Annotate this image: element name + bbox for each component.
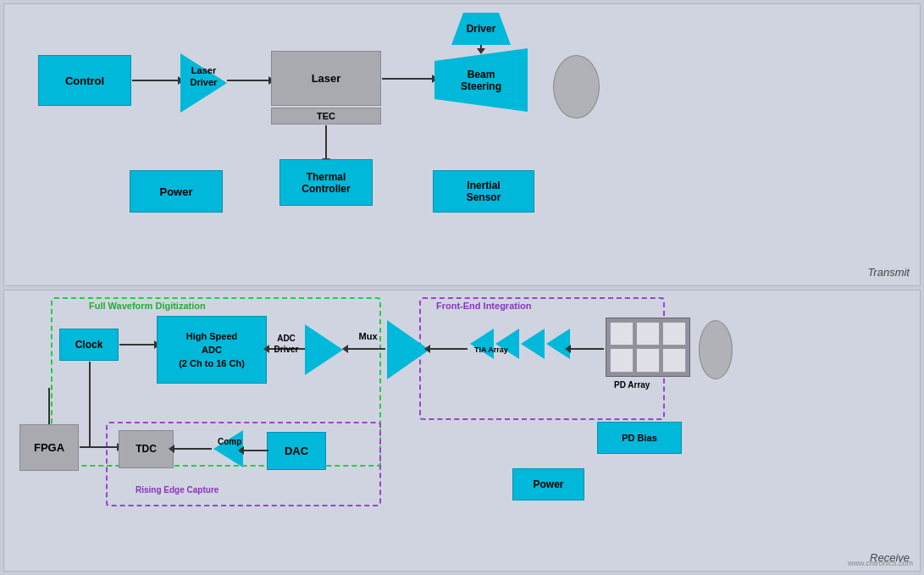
front-end-label: Front-End Integration (436, 301, 531, 311)
pd-cell-4 (610, 348, 634, 373)
transmit-section: Control LaserDriver Laser TEC Thermal Co… (3, 3, 921, 286)
beam-steering-block: Beam Steering (434, 48, 528, 112)
arrow-clock-adc (119, 344, 155, 346)
arrow-tia-mux (429, 348, 468, 350)
pd-array-block (606, 318, 690, 377)
receive-ellipse (699, 320, 733, 379)
arrow-laserdriver-laser (227, 80, 269, 81)
tdc-block: TDC (119, 430, 174, 468)
arrow-mux-adcdriver (347, 348, 385, 350)
pd-array-label: PD Array (614, 380, 650, 390)
tec-block: TEC (271, 108, 381, 124)
pd-cell-5 (636, 348, 660, 373)
tia-array-block: TIA Array (470, 329, 570, 359)
pd-cell-3 (662, 322, 686, 346)
dac-block: DAC (267, 432, 326, 470)
arrow-comp-tdc (174, 448, 212, 450)
arrow-pdarray-tia (570, 348, 604, 350)
inertial-sensor-block: Inertial Sensor (433, 170, 534, 213)
receive-power-block: Power (512, 468, 584, 500)
pd-bias-block: PD Bias (597, 422, 682, 454)
driver-block: Driver (451, 13, 511, 45)
arrow-fpga-v (48, 388, 50, 424)
pd-cell-6 (662, 348, 686, 373)
watermark: www.cntronics.com (848, 559, 913, 567)
thermal-controller-block: Thermal Controller (279, 159, 373, 206)
arrow-driver-beamsteering (480, 45, 482, 49)
arrow-fpga-tdc (80, 446, 118, 448)
control-block: Control (38, 55, 131, 106)
clock-block: Clock (59, 329, 119, 361)
adc-driver-block: ADCDriver (305, 324, 343, 375)
arrow-dac-comp (243, 450, 268, 451)
mux-block: Mux (387, 320, 429, 379)
transmit-ellipse (553, 55, 600, 119)
transmit-power-block: Power (130, 170, 223, 213)
laser-block: Laser (271, 51, 381, 106)
high-speed-adc-block: High Speed ADC (2 Ch to 16 Ch) (157, 316, 267, 384)
arrow-tec-thermal (325, 125, 327, 159)
arrow-control-laser (132, 80, 179, 81)
transmit-label: Transmit (867, 266, 910, 279)
arrow-laser-beamsteering (382, 78, 433, 80)
receive-section: Full Waveform Digitization Front-End Int… (3, 290, 921, 572)
fpga-block: FPGA (19, 424, 79, 471)
full-waveform-label: Full Waveform Digitization (89, 301, 206, 311)
pd-cell-1 (610, 322, 634, 346)
pd-cell-2 (636, 322, 660, 346)
rising-edge-label: Rising Edge Capture (136, 485, 219, 495)
arrow-clock-down (89, 362, 91, 446)
